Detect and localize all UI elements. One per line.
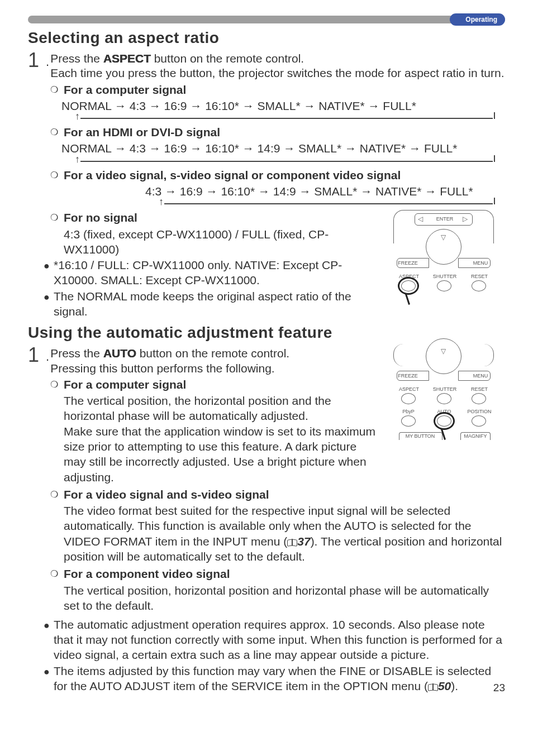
item-component-video: ❍ For a component video signal [50,566,505,581]
auto-video-body: The video format best suited for the res… [64,503,505,564]
auto-computer-body: The vertical position, the horizontal po… [64,393,381,485]
loop-arrow-icon: ↑ [61,113,497,123]
step-text: Press the ASPECT button on the remote co… [50,49,505,81]
auto-component-body: The vertical position, horizontal positi… [64,583,505,614]
seq-computer: NORMAL → 4:3 → 16:9 → 16:10* → SMALL* → … [61,98,505,113]
note-16-10: ●*16:10 / FULL: CP-WX11000 only. NATIVE:… [44,258,381,288]
bullet-icon: ❍ [50,379,60,391]
note-auto-10s: ●The automatic adjustment operation requ… [44,618,505,663]
no-signal-body: 4:3 (fixed, except CP-WX11000) / FULL (f… [64,227,381,257]
topbar-grey-line [28,16,505,23]
item-hdmi-signal: ❍ For an HDMI or DVI-D signal [50,125,505,140]
bullet-icon: ❍ [50,489,60,501]
seq-video: 4:3 → 16:9 → 16:10* → 14:9 → SMALL* → NA… [145,184,505,199]
section-title-aspect: Selecting an aspect ratio [28,29,505,47]
bullet-icon: ❍ [50,212,60,224]
step-number: 1 [28,50,45,70]
item-computer-signal-2: ❍ For a computer signal [50,377,381,392]
step-1-aspect: 1 . Press the ASPECT button on the remot… [28,49,505,81]
section-title-auto: Using the automatic adjustment feature [28,324,505,342]
note-normal: ●The NORMAL mode keeps the original aspe… [44,289,381,319]
bullet-icon: ❍ [50,127,60,138]
section-tag: Operating [450,13,505,26]
page-number: 23 [493,682,505,694]
item-video-s-video: ❍ For a video signal and s-video signal [50,487,505,502]
item-computer-signal-1: ❍ For a computer signal [50,82,505,97]
note-auto-adjust: ● The items adjusted by this function ma… [44,664,505,694]
item-no-signal: ❍ For no signal [50,210,381,225]
top-bar: Operating [28,13,505,26]
item-video-signal: ❍ For a video signal, s-video signal or … [50,168,505,183]
bullet-icon: ❍ [50,170,60,181]
seq-hdmi: NORMAL → 4:3 → 16:9 → 16:10* → 14:9 → SM… [61,141,505,156]
book-icon [287,538,297,546]
remote-diagram-auto: ▽ FREEZE MENU ASPECT SHUTTER RESET PbyP … [388,344,505,467]
step-dot: . [46,55,49,69]
auto-button-name: AUTO [103,347,136,360]
remote-diagram-aspect: ◁ ENTER ▷ ▽ FREEZE MENU ASPECT SHUTTER R… [388,210,505,322]
step-dot: . [46,350,49,364]
step-1-auto: 1 . Press the AUTO button on the remote … [28,344,381,376]
loop-arrow-icon: ↑ [145,199,497,209]
step-text: Press the AUTO button on the remote cont… [50,344,381,376]
step-number: 1 [28,345,45,365]
bullet-icon: ❍ [50,84,60,96]
loop-arrow-icon: ↑ [61,156,497,166]
bullet-icon: ❍ [50,568,60,580]
aspect-button-name: ASPECT [103,52,151,65]
book-icon [428,683,438,691]
